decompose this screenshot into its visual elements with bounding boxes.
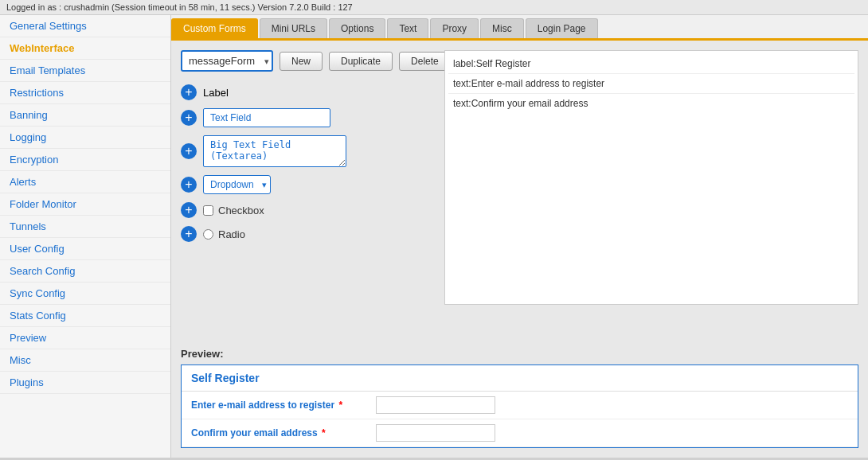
- dropdown-wrapper: Dropdown: [203, 175, 271, 194]
- status-bar: Logged in as : crushadmin (Session timeo…: [0, 0, 868, 15]
- form-select[interactable]: messageForm: [181, 50, 273, 72]
- left-panel: messageForm New Duplicate Delete + Label…: [181, 50, 435, 338]
- preview-field-input[interactable]: [376, 424, 495, 442]
- preview-field-row: Confirm your email address *: [182, 419, 858, 447]
- text-field-input[interactable]: [203, 108, 330, 127]
- sidebar-item-logging[interactable]: Logging: [0, 127, 170, 149]
- new-button[interactable]: New: [280, 52, 323, 71]
- content-area: messageForm New Duplicate Delete + Label…: [171, 41, 868, 348]
- sidebar-item-plugins[interactable]: Plugins: [0, 372, 170, 394]
- preview-fields: Enter e-mail address to register *Confir…: [182, 392, 858, 447]
- preview-field-label: Confirm your email address *: [191, 427, 366, 439]
- radio-input[interactable]: [203, 229, 213, 240]
- add-textfield-button[interactable]: +: [181, 110, 197, 126]
- sidebar-item-user-config[interactable]: User Config: [0, 238, 170, 260]
- preview-field-label: Enter e-mail address to register *: [191, 400, 366, 411]
- text-field-row: +: [181, 108, 435, 127]
- add-radio-button[interactable]: +: [181, 226, 197, 242]
- preview-field-row: Enter e-mail address to register *: [182, 392, 858, 419]
- items-list: label:Self Registertext:Enter e-mail add…: [444, 50, 858, 305]
- sidebar-item-webinterface[interactable]: WebInterface: [0, 37, 170, 60]
- add-checkbox-button[interactable]: +: [181, 202, 197, 218]
- checkbox-input[interactable]: [203, 205, 213, 216]
- preview-label: Preview:: [181, 348, 858, 360]
- tab-mini-urls[interactable]: Mini URLs: [260, 18, 327, 38]
- required-indicator: *: [319, 427, 326, 439]
- tab-text[interactable]: Text: [387, 18, 428, 38]
- tab-login-page[interactable]: Login Page: [526, 18, 598, 38]
- tab-options[interactable]: Options: [329, 18, 385, 38]
- main-content: Custom FormsMini URLsOptionsTextProxyMis…: [171, 15, 868, 458]
- add-dropdown-button[interactable]: +: [181, 177, 197, 193]
- sidebar-item-general-settings[interactable]: General Settings: [0, 15, 170, 37]
- list-item: text:Confirm your email address: [448, 94, 854, 113]
- form-selector-row: messageForm New Duplicate Delete: [181, 50, 435, 72]
- right-panel: label:Self Registertext:Enter e-mail add…: [444, 50, 858, 338]
- tab-misc[interactable]: Misc: [480, 18, 524, 38]
- add-label-button[interactable]: +: [181, 84, 197, 100]
- sidebar-item-email-templates[interactable]: Email Templates: [0, 60, 170, 82]
- sidebar-item-tunnels[interactable]: Tunnels: [0, 216, 170, 238]
- add-textarea-button[interactable]: +: [181, 143, 197, 159]
- list-item: label:Self Register: [448, 54, 854, 74]
- list-item: text:Enter e-mail address to register: [448, 74, 854, 94]
- sidebar-item-alerts[interactable]: Alerts: [0, 171, 170, 193]
- sidebar-item-preview[interactable]: Preview: [0, 327, 170, 349]
- tab-bar: Custom FormsMini URLsOptionsTextProxyMis…: [171, 15, 868, 41]
- required-indicator: *: [336, 400, 342, 411]
- sidebar-item-encryption[interactable]: Encryption: [0, 149, 170, 171]
- sidebar-item-folder-monitor[interactable]: Folder Monitor: [0, 193, 170, 216]
- checkbox-label[interactable]: Checkbox: [203, 205, 264, 216]
- preview-section: Preview: Self Register Enter e-mail addr…: [171, 348, 868, 458]
- dropdown-select[interactable]: Dropdown: [203, 175, 271, 194]
- form-select-wrapper: messageForm: [181, 50, 273, 72]
- label-element-text: Label: [203, 87, 229, 99]
- sidebar-item-misc[interactable]: Misc: [0, 349, 170, 372]
- tab-proxy[interactable]: Proxy: [430, 18, 479, 38]
- textarea-input[interactable]: Big Text Field (Textarea): [203, 135, 346, 167]
- preview-box: Self Register Enter e-mail address to re…: [181, 364, 858, 448]
- tab-custom-forms[interactable]: Custom Forms: [171, 18, 258, 38]
- big-text-field-row: + Big Text Field (Textarea): [181, 135, 435, 167]
- sidebar: General SettingsWebInterfaceEmail Templa…: [0, 15, 171, 458]
- sidebar-item-search-config[interactable]: Search Config: [0, 260, 170, 283]
- delete-button[interactable]: Delete: [399, 52, 451, 71]
- sidebar-item-sync-config[interactable]: Sync Config: [0, 283, 170, 305]
- sidebar-item-restrictions[interactable]: Restrictions: [0, 82, 170, 104]
- sidebar-item-stats-config[interactable]: Stats Config: [0, 305, 170, 327]
- status-text: Logged in as : crushadmin (Session timeo…: [6, 2, 353, 12]
- dropdown-row: + Dropdown: [181, 175, 435, 194]
- radio-label[interactable]: Radio: [203, 228, 245, 240]
- sidebar-item-banning[interactable]: Banning: [0, 104, 170, 127]
- preview-title: Self Register: [182, 365, 858, 392]
- label-row: + Label: [181, 84, 435, 100]
- radio-row: + Radio: [181, 226, 435, 242]
- preview-field-input[interactable]: [376, 396, 495, 414]
- duplicate-button[interactable]: Duplicate: [329, 52, 393, 71]
- checkbox-row: + Checkbox: [181, 202, 435, 218]
